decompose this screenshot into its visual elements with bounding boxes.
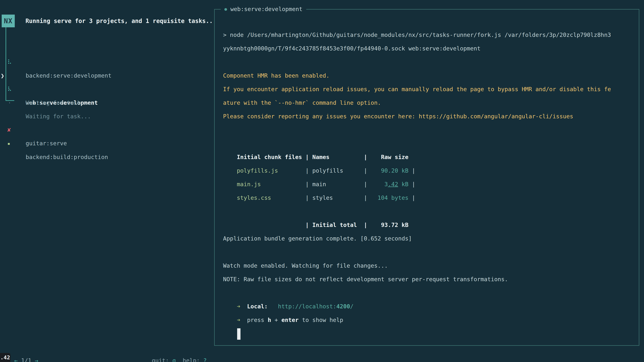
chunk-name: styles [309,191,364,205]
localhost-link[interactable]: http://localhost:4200/ [278,303,354,310]
task-row-web-serve-selected[interactable]: ❯ ⠧ web:serve:development [0,55,213,69]
table-pipe: | [306,194,309,201]
chunk-size-unit: kB [398,181,408,188]
chunk-table-header: Initial chunk files|Names|Raw size [223,137,634,150]
task-label: Waiting for task... [26,96,91,110]
page-title: Running serve for 3 projects, and 1 requ… [26,14,213,27]
nx-logo-badge: NX [2,14,15,27]
help-pre: press [240,317,268,323]
help-key-enter: enter [282,317,298,323]
panel-title-bar: ● web:serve:development [221,5,306,13]
running-dot-icon: ● [224,6,227,11]
terminal-line-bundle-complete: Application bundle generation complete. … [223,232,634,245]
chunk-size: 3 [384,181,388,188]
panel-title-text: web:serve:development [230,6,302,12]
blank-line [223,55,634,69]
terminal-output: > node /Users/mhartington/Github/guitars… [223,28,634,327]
arrow-icon: ➜ [237,303,240,310]
table-pipe: | [364,181,367,188]
table-pipe: | [364,154,367,160]
col-header-rawsize: Raw size [367,150,408,164]
pagination[interactable]: ← 1/1 → [8,340,38,354]
help-key: ? [203,357,206,362]
task-row-guitar-serve[interactable]: ✘ guitar:serve [0,109,213,123]
local-label: Local: [240,303,278,310]
terminal-line-local-url: ➜ Local: http://localhost:4200/ [223,286,634,300]
task-label: guitar:serve [26,137,67,150]
chunk-size: 90.20 kB [381,167,408,174]
help-hint-label: help: [176,357,203,362]
help-post: to show help [298,317,343,323]
table-pipe: | [364,194,367,201]
chunk-name: polyfills [309,164,364,177]
chunk-name: main [309,177,364,191]
terminal-line-hmr-3: ature with the `--no-hmr` command line o… [223,96,634,110]
total-label: Initial total [309,218,364,232]
table-pipe: | [306,167,309,174]
table-pipe: | [364,167,367,174]
quit-key: q [172,357,176,362]
help-key-h: h [268,317,271,323]
chunk-table-total-row: |Initial total|93.72 kB [223,205,634,218]
chunk-file: styles.css [237,191,306,205]
chunk-file: polyfills.js [237,164,306,177]
url-prefix: http://localhost: [278,303,336,310]
quit-hint-label: quit: [152,357,172,362]
table-pipe: | [306,154,309,160]
terminal-line-command-2: yyknnbtgh0000gn/T/9f4c243785f8453e3f00/f… [223,42,634,55]
page-indicator: 1/1 [18,357,35,362]
overlay-badge: .42 [0,353,10,362]
terminal-line-command-1: > node /Users/mhartington/Github/guitars… [223,28,634,42]
terminal-line-note: NOTE: Raw file sizes do not reflect deve… [223,273,634,286]
url-port: 4200 [336,303,350,310]
terminal-line-hmr-2: If you encounter application reload issu… [223,82,634,96]
total-size: 93.72 kB [367,218,408,232]
chunk-size-underlined: .42 [388,181,398,188]
table-pipe: | [412,167,415,174]
task-row-waiting-2[interactable]: · Waiting for task... [0,82,213,96]
task-label: backend:build:production [26,150,108,164]
url-suffix: / [350,303,353,310]
arrow-icon: ➜ [237,317,240,323]
col-header-files: Initial chunk files [237,150,306,164]
task-row-backend-serve[interactable]: ⠧ backend:serve:development [0,42,213,55]
chunk-file: main.js [237,177,306,191]
keyboard-hints: quit: q help: ? [145,340,207,354]
terminal-line-watch-mode: Watch mode enabled. Watching for file ch… [223,259,634,273]
success-square-icon: ▪ [8,137,10,150]
blank-line [223,123,634,137]
table-pipe: | [306,181,309,188]
help-sep: + [271,317,282,323]
task-row-waiting-1[interactable]: · Waiting for task... [0,69,213,82]
terminal-line-hmr-4: Please consider reporting any issues you… [223,110,634,123]
page-next-icon: → [35,357,38,362]
blank-line [223,245,634,259]
page-prev-icon: ← [14,357,18,362]
terminal-line-hmr-1: Component HMR has been enabled. [223,69,634,82]
task-row-backend-build[interactable]: ▪ backend:build:production [0,123,213,137]
table-pipe: | [412,194,415,201]
chunk-size: 104 bytes [378,194,408,201]
col-header-names: Names [309,150,364,164]
block-cursor [237,328,240,340]
table-pipe: | [364,222,367,228]
pending-dot-icon: · [8,96,11,110]
table-pipe: | [412,181,415,188]
table-pipe: | [306,222,309,228]
